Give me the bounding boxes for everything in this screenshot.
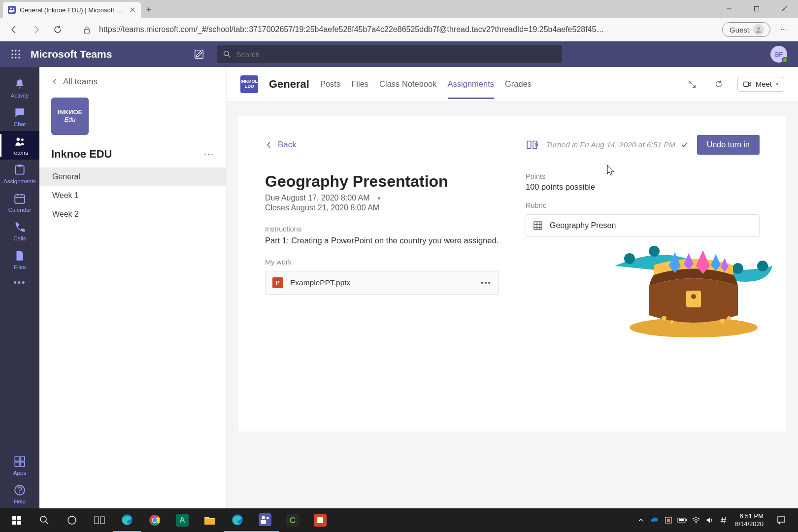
team-logo[interactable]: INKИOE Edu	[51, 98, 89, 135]
app-camtasia[interactable]: C	[279, 508, 306, 532]
grid-icon	[533, 221, 543, 231]
rail-item-apps[interactable]: Apps	[0, 451, 39, 480]
tab-class-notebook[interactable]: Class Notebook	[379, 69, 436, 99]
video-icon	[743, 80, 752, 89]
svg-point-38	[691, 294, 696, 299]
svg-point-74	[696, 522, 697, 523]
undo-turn-in-button[interactable]: Undo turn in	[697, 135, 760, 155]
start-button[interactable]	[3, 508, 31, 532]
notification-center-button[interactable]	[769, 508, 793, 532]
channel-item-week1[interactable]: Week 1	[39, 186, 226, 205]
my-work-file[interactable]: P ExamplePPT.pptx •••	[265, 271, 499, 295]
svg-point-11	[11, 53, 13, 55]
chevron-left-icon	[265, 141, 273, 149]
tray-onedrive-icon[interactable]	[649, 515, 660, 526]
all-teams-link[interactable]: All teams	[39, 67, 226, 91]
channel-item-week2[interactable]: Week 2	[39, 205, 226, 224]
expand-button[interactable]	[684, 76, 700, 92]
team-more-button[interactable]: ···	[204, 149, 214, 160]
rail-item-files[interactable]: Files	[0, 245, 39, 274]
svg-point-48	[68, 516, 76, 524]
channel-item-general[interactable]: General	[39, 167, 226, 186]
svg-rect-44	[17, 516, 21, 520]
due-date: Due August 17, 2020 8:00 AM	[265, 194, 370, 202]
rail-item-teams[interactable]: Teams	[0, 131, 39, 160]
rail-item-calendar[interactable]: Calendar	[0, 188, 39, 217]
app-edge-2[interactable]	[224, 508, 251, 532]
calendar-icon	[13, 192, 26, 205]
svg-point-29	[19, 492, 20, 493]
rail-item-help[interactable]: Help	[0, 480, 39, 508]
browser-more-button[interactable]: ···	[775, 21, 792, 38]
svg-rect-70	[667, 519, 670, 522]
rail-item-chat[interactable]: Chat	[0, 102, 39, 131]
app-generic-1[interactable]: A	[168, 508, 196, 532]
window-close-button[interactable]	[770, 0, 798, 18]
tab-assignments[interactable]: Assignments	[448, 69, 494, 99]
app-launcher-icon[interactable]	[11, 49, 21, 59]
close-tab-icon[interactable]	[129, 6, 136, 13]
tray-wifi-icon[interactable]	[691, 515, 701, 526]
taskbar-search-button[interactable]	[31, 508, 58, 532]
tray-sync-icon[interactable]	[718, 515, 729, 526]
svg-rect-24	[15, 457, 19, 461]
app-teams-native[interactable]	[251, 508, 279, 532]
svg-point-32	[630, 318, 758, 337]
rail-item-more[interactable]: •••	[0, 274, 39, 292]
tab-files[interactable]: Files	[351, 69, 368, 99]
file-more-button[interactable]: •••	[481, 278, 492, 287]
reader-icon	[526, 138, 538, 151]
search-box[interactable]	[217, 45, 562, 63]
svg-point-35	[732, 263, 743, 274]
new-tab-button[interactable]: +	[141, 2, 157, 18]
window-minimize-button[interactable]	[715, 0, 743, 18]
tab-grades[interactable]: Grades	[505, 69, 532, 99]
teams-header: Microsoft Teams SF	[0, 41, 798, 67]
lock-icon[interactable]	[83, 26, 91, 34]
task-view-button[interactable]	[86, 508, 113, 532]
nav-forward-button[interactable]	[28, 21, 44, 38]
guest-label: Guest	[730, 26, 749, 34]
me-avatar[interactable]: SF	[770, 46, 787, 63]
svg-text:C: C	[290, 516, 296, 525]
meet-button[interactable]: Meet ▾	[737, 77, 784, 92]
tray-volume-icon[interactable]	[704, 515, 715, 526]
rail-label: Calls	[13, 235, 26, 241]
refresh-button[interactable]	[711, 76, 727, 92]
tray-clock[interactable]: 6:51 PM 8/14/2020	[732, 512, 766, 529]
tray-caret-icon[interactable]	[635, 515, 646, 526]
tray-battery-icon[interactable]	[677, 515, 688, 526]
app-file-explorer[interactable]	[196, 508, 224, 532]
app-generic-2[interactable]	[306, 508, 334, 532]
app-chrome[interactable]	[141, 508, 168, 532]
tab-posts[interactable]: Posts	[320, 69, 340, 99]
svg-rect-3	[9, 10, 13, 12]
browser-tab[interactable]: General (Inknoe EDU) | Microsoft Teams	[3, 2, 141, 18]
nav-back-button[interactable]	[6, 21, 23, 38]
rail-item-assignments[interactable]: Assignments	[0, 160, 39, 188]
svg-rect-22	[18, 165, 22, 166]
immersive-reader-button[interactable]	[526, 138, 538, 151]
cortana-button[interactable]	[58, 508, 86, 532]
back-button[interactable]: Back	[265, 140, 297, 150]
svg-rect-64	[261, 520, 266, 524]
rail-item-calls[interactable]: Calls	[0, 217, 39, 245]
teams-app: Microsoft Teams SF Activity Chat	[0, 41, 798, 508]
rail-item-activity[interactable]: Activity	[0, 74, 39, 102]
app-edge[interactable]	[113, 508, 141, 532]
chat-icon	[13, 106, 26, 119]
svg-point-9	[15, 50, 16, 51]
window-maximize-button[interactable]	[743, 0, 770, 18]
nav-refresh-button[interactable]	[49, 21, 66, 38]
svg-point-33	[624, 253, 635, 264]
teams-icon	[13, 135, 26, 148]
rubric-link[interactable]: Geography Presen	[526, 214, 760, 237]
svg-rect-43	[12, 516, 16, 520]
profile-pill[interactable]: Guest	[722, 22, 770, 37]
tray-app-icon[interactable]	[663, 515, 674, 526]
search-input[interactable]	[236, 50, 556, 59]
compose-button[interactable]	[191, 46, 207, 63]
svg-rect-37	[686, 291, 701, 307]
apps-icon	[13, 455, 26, 468]
address-bar[interactable]: https://teams.microsoft.com/_#/school/ta…	[96, 25, 717, 34]
